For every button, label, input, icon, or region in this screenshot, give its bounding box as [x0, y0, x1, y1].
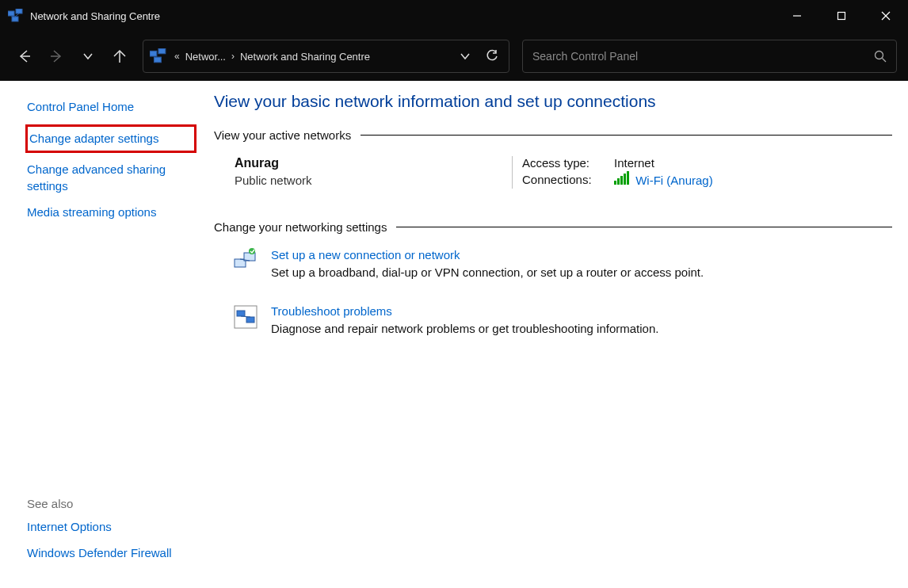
sidebar-windows-defender-firewall[interactable]: Windows Defender Firewall: [27, 544, 192, 561]
window-title: Network and Sharing Centre: [30, 10, 775, 22]
change-settings-heading: Change your networking settings: [214, 220, 892, 234]
active-networks-heading: View your active networks: [214, 128, 892, 142]
search-icon[interactable]: [874, 50, 887, 63]
svg-point-15: [876, 52, 883, 59]
search-input[interactable]: [532, 50, 874, 63]
sidebar-control-panel-home[interactable]: Control Panel Home: [27, 98, 192, 115]
address-bar[interactable]: « Networ... › Network and Sharing Centre: [143, 40, 509, 73]
close-button[interactable]: [864, 0, 908, 32]
network-name: Anurag: [235, 156, 512, 170]
nav-arrows: [11, 43, 133, 70]
svg-rect-0: [8, 11, 14, 16]
breadcrumb-prev[interactable]: Networ...: [185, 51, 226, 63]
sidebar-media-streaming[interactable]: Media streaming options: [27, 204, 192, 220]
main-area: Control Panel Home Change adapter settin…: [0, 81, 908, 588]
access-type-label: Access type:: [522, 156, 598, 170]
active-network-row: Anurag Public network Access type: Inter…: [235, 156, 892, 189]
window-controls: [775, 0, 908, 32]
svg-line-4: [15, 13, 19, 17]
sidebar-change-advanced-sharing[interactable]: Change advanced sharing settings: [27, 161, 192, 194]
toolbar: « Networ... › Network and Sharing Centre: [0, 32, 908, 81]
breadcrumb-separator-icon: ›: [229, 51, 237, 62]
refresh-button[interactable]: [480, 44, 504, 68]
troubleshoot-icon: [233, 304, 258, 330]
svg-rect-12: [150, 51, 157, 56]
network-type: Public network: [235, 174, 512, 187]
sidebar-change-adapter-settings[interactable]: Change adapter settings: [29, 130, 189, 147]
forward-button[interactable]: [43, 43, 70, 70]
back-button[interactable]: [11, 43, 38, 70]
option-troubleshoot: Troubleshoot problems Diagnose and repai…: [233, 304, 892, 335]
breadcrumb-current[interactable]: Network and Sharing Centre: [240, 51, 370, 63]
highlighted-box: Change adapter settings: [25, 124, 196, 153]
up-button[interactable]: [106, 43, 133, 70]
see-also-heading: See also: [27, 497, 192, 510]
setup-connection-link[interactable]: Set up a new connection or network: [271, 248, 704, 262]
setup-connection-desc: Set up a broadband, dial-up or VPN conne…: [271, 265, 704, 279]
troubleshoot-link[interactable]: Troubleshoot problems: [271, 304, 658, 318]
svg-rect-1: [16, 9, 22, 13]
minimize-button[interactable]: [775, 0, 819, 32]
content-pane: View your basic network information and …: [206, 81, 908, 588]
search-box[interactable]: [522, 40, 897, 73]
breadcrumb-overflow-icon[interactable]: «: [172, 51, 182, 62]
app-icon: [8, 9, 24, 23]
troubleshoot-desc: Diagnose and repair network problems or …: [271, 322, 658, 335]
svg-rect-22: [237, 311, 245, 316]
network-setup-icon: [233, 248, 258, 273]
page-heading: View your basic network information and …: [214, 92, 892, 111]
svg-rect-14: [155, 57, 162, 63]
address-icon: [150, 48, 167, 64]
access-type-value: Internet: [614, 156, 654, 170]
connection-link[interactable]: Wi-Fi (Anurag): [635, 174, 713, 187]
vertical-divider: [512, 156, 513, 189]
titlebar: Network and Sharing Centre: [0, 0, 908, 32]
divider-line: [396, 227, 892, 227]
svg-line-24: [241, 316, 250, 317]
svg-rect-23: [246, 317, 254, 323]
svg-rect-6: [838, 13, 845, 20]
divider-line: [361, 135, 892, 136]
svg-line-16: [883, 59, 887, 63]
option-setup-connection: Set up a new connection or network Set u…: [233, 248, 892, 279]
address-dropdown-button[interactable]: [453, 44, 477, 68]
svg-rect-2: [12, 17, 18, 21]
sidebar-internet-options[interactable]: Internet Options: [27, 518, 192, 535]
recent-dropdown-button[interactable]: [74, 43, 101, 70]
wifi-signal-icon: [614, 171, 629, 185]
connections-label: Connections:: [522, 173, 598, 186]
svg-rect-13: [158, 48, 166, 54]
maximize-button[interactable]: [819, 0, 864, 32]
sidebar: Control Panel Home Change adapter settin…: [0, 81, 206, 588]
